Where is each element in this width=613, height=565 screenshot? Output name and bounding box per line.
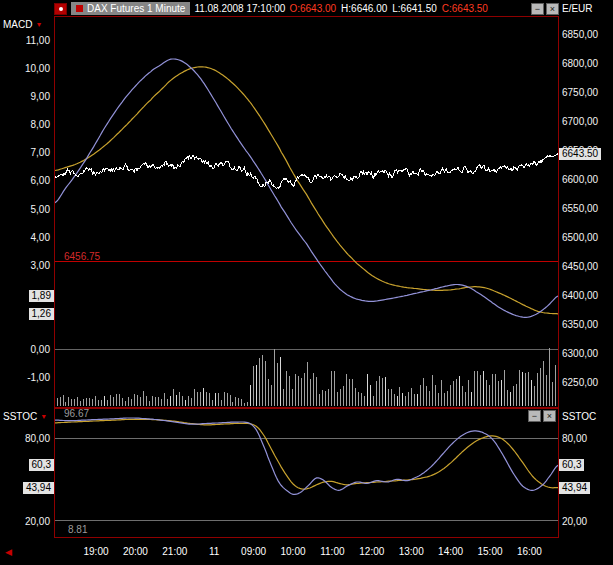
menu-dot-icon <box>59 7 63 11</box>
stoch-scale-axis-right[interactable]: 80,0020,0060,343,94 <box>559 408 613 538</box>
close-button[interactable]: × <box>546 3 559 15</box>
axis-tick-label: 6700,00 <box>562 116 598 127</box>
axis-tick-label: 9,00 <box>31 90 50 101</box>
time-axis-label: 21:00 <box>162 546 187 557</box>
axis-tick-label: 4,00 <box>31 231 50 242</box>
time-axis-label: 11:00 <box>320 546 344 557</box>
chart-title-bar[interactable]: DAX Futures 1 Minute 11.08.2008 17:10:00… <box>54 2 559 15</box>
ohlc-value: L:6641.50 <box>392 3 437 14</box>
axis-tick-label: 7,00 <box>31 147 50 158</box>
stoch-close-button[interactable]: × <box>543 410 556 422</box>
macd-signal-line <box>55 67 558 314</box>
axis-tick-label: 11,00 <box>26 34 50 45</box>
time-axis-label: 19:00 <box>83 546 108 557</box>
axis-value-badge: 1,26 <box>29 308 54 320</box>
time-axis[interactable]: 19:0020:0021:001109:0010:0011:0012:0013:… <box>54 546 559 560</box>
axis-tick-label: 0,00 <box>31 344 50 355</box>
axis-tick-label: 10,00 <box>25 62 50 73</box>
axis-tick-label: 3,00 <box>31 259 50 270</box>
axis-tick-label: 6600,00 <box>562 174 598 185</box>
axis-tick-label: 6850,00 <box>562 29 598 40</box>
chart-menu-button[interactable] <box>54 3 67 15</box>
axis-tick-label: 6450,00 <box>562 260 598 271</box>
main-chart-panel: 6456.75 <box>54 16 559 408</box>
time-axis-label: 10:00 <box>280 546 305 557</box>
axis-value-badge: 6643.50 <box>559 148 601 160</box>
datetime-label: 11.08.2008 17:10:00 <box>194 3 285 15</box>
stoch-scale-min-label: 8.81 <box>68 524 87 535</box>
price-scale-axis[interactable]: 6850,006800,006750,006700,006650,006600,… <box>559 16 613 408</box>
axis-tick-label: 6800,00 <box>562 58 598 69</box>
axis-value-badge: 60,3 <box>559 459 584 471</box>
chart-icon <box>76 5 83 12</box>
right-axis-title: E/EUR <box>562 3 593 14</box>
stoch-scale-axis-left[interactable]: 80,0020,0060,343,94 <box>0 408 54 538</box>
axis-tick-label: 6750,00 <box>562 87 598 98</box>
main-chart-svg <box>55 17 558 407</box>
axis-value-badge: 1,89 <box>29 290 54 302</box>
stochastic-chart-plot[interactable] <box>55 415 558 536</box>
time-axis-label: 15:00 <box>477 546 502 557</box>
axis-tick-label: 6,00 <box>31 175 50 186</box>
stoch-k-line <box>55 418 558 494</box>
time-axis-label: 11 <box>209 546 219 557</box>
ohlc-value: C:6643.50 <box>442 3 488 14</box>
ohlc-value: H:6646.00 <box>341 3 387 14</box>
axis-tick-label: 80,00 <box>562 433 587 444</box>
volume-bars <box>57 348 555 406</box>
chart-title: DAX Futures 1 Minute <box>87 3 185 15</box>
axis-tick-label: 5,00 <box>31 203 50 214</box>
axis-tick-label: 6400,00 <box>562 289 598 300</box>
axis-tick-label: 6300,00 <box>562 347 598 358</box>
scroll-left-arrow-icon[interactable]: ◀ <box>5 547 12 557</box>
time-axis-label: 13:00 <box>399 546 424 557</box>
time-axis-label: 09:00 <box>241 546 266 557</box>
ohlc-readout: O:6643.00H:6646.00L:6641.50C:6643.50 <box>289 3 493 15</box>
stoch-d-line <box>55 419 558 489</box>
minimize-button[interactable]: − <box>531 3 544 15</box>
time-axis-label: 20:00 <box>123 546 148 557</box>
time-axis-label: 14:00 <box>438 546 463 557</box>
trading-chart-window: DAX Futures 1 Minute 11.08.2008 17:10:00… <box>0 0 613 565</box>
axis-tick-label: 8,00 <box>31 119 50 130</box>
axis-tick-label: 6350,00 <box>562 318 598 329</box>
axis-value-badge: 60,3 <box>29 459 54 471</box>
time-axis-label: 16:00 <box>517 546 542 557</box>
stoch-minimize-button[interactable]: − <box>528 410 541 422</box>
macd-scale-axis[interactable]: 11,0010,009,008,007,006,005,004,003,000,… <box>0 16 54 408</box>
axis-tick-label: 6500,00 <box>562 231 598 242</box>
price-alert-level-label: 6456.75 <box>64 251 100 262</box>
axis-tick-label: 6550,00 <box>562 202 598 213</box>
stoch-scale-max-label: 96.67 <box>64 408 89 419</box>
price-line <box>55 154 558 188</box>
axis-tick-label: 80,00 <box>25 433 50 444</box>
time-axis-label: 12:00 <box>359 546 384 557</box>
axis-value-badge: 43,94 <box>23 482 54 494</box>
axis-tick-label: 20,00 <box>562 515 587 526</box>
ohlc-value: O:6643.00 <box>289 3 336 14</box>
axis-value-badge: 43,94 <box>559 482 590 494</box>
axis-tick-label: -1,00 <box>27 372 50 383</box>
chart-title-chip[interactable]: DAX Futures 1 Minute <box>71 2 190 15</box>
axis-tick-label: 6250,00 <box>562 376 598 387</box>
stochastic-panel: 96.67 8.81 − × <box>54 408 559 538</box>
axis-tick-label: 20,00 <box>25 515 50 526</box>
main-chart-plot[interactable] <box>55 17 558 407</box>
stochastic-chart-svg <box>55 415 558 536</box>
macd-line <box>55 59 558 317</box>
